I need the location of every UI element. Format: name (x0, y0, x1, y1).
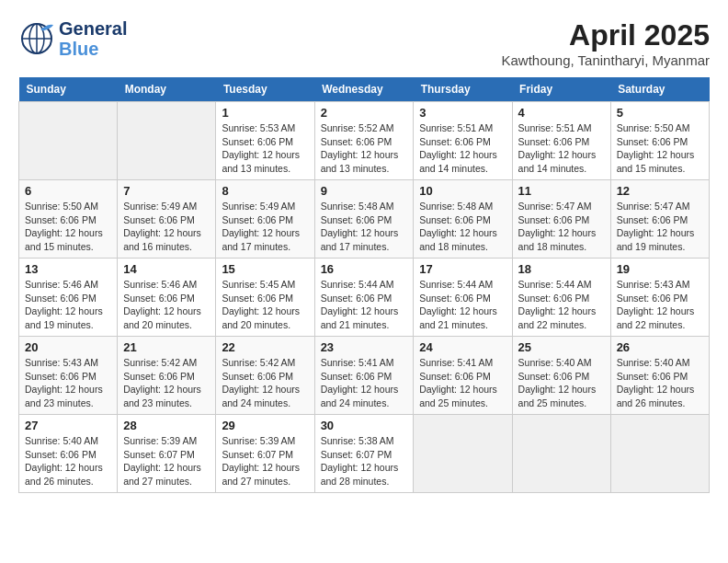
day-info: Sunrise: 5:39 AM Sunset: 6:07 PM Dayligh… (222, 434, 308, 488)
day-number: 22 (222, 340, 308, 354)
calendar-week-row-4: 20Sunrise: 5:43 AM Sunset: 6:06 PM Dayli… (19, 337, 710, 415)
calendar-cell: 30Sunrise: 5:38 AM Sunset: 6:07 PM Dayli… (314, 415, 414, 493)
day-info: Sunrise: 5:49 AM Sunset: 6:06 PM Dayligh… (222, 200, 308, 254)
calendar-cell: 17Sunrise: 5:44 AM Sunset: 6:06 PM Dayli… (414, 259, 512, 337)
day-number: 18 (518, 262, 605, 276)
calendar-header-row: Sunday Monday Tuesday Wednesday Thursday… (19, 77, 710, 102)
day-number: 28 (123, 419, 210, 432)
day-info: Sunrise: 5:53 AM Sunset: 6:06 PM Dayligh… (222, 121, 308, 176)
day-number: 7 (123, 184, 210, 198)
calendar-cell: 2Sunrise: 5:52 AM Sunset: 6:06 PM Daylig… (314, 102, 414, 180)
col-header-thursday: Thursday (414, 77, 512, 102)
day-number: 14 (123, 262, 210, 276)
col-header-wednesday: Wednesday (314, 77, 414, 102)
calendar-cell: 20Sunrise: 5:43 AM Sunset: 6:06 PM Dayli… (19, 337, 118, 415)
day-number: 26 (617, 340, 703, 354)
day-info: Sunrise: 5:41 AM Sunset: 6:06 PM Dayligh… (321, 356, 408, 410)
day-info: Sunrise: 5:44 AM Sunset: 6:06 PM Dayligh… (518, 278, 605, 332)
day-info: Sunrise: 5:43 AM Sunset: 6:06 PM Dayligh… (25, 356, 111, 410)
day-info: Sunrise: 5:50 AM Sunset: 6:06 PM Dayligh… (25, 200, 111, 254)
day-number: 9 (321, 184, 408, 198)
calendar-cell: 26Sunrise: 5:40 AM Sunset: 6:06 PM Dayli… (610, 337, 709, 415)
day-info: Sunrise: 5:43 AM Sunset: 6:06 PM Dayligh… (617, 278, 703, 332)
day-number: 17 (419, 262, 506, 276)
calendar-cell: 18Sunrise: 5:44 AM Sunset: 6:06 PM Dayli… (512, 259, 610, 337)
day-info: Sunrise: 5:46 AM Sunset: 6:06 PM Dayligh… (25, 278, 111, 332)
day-info: Sunrise: 5:51 AM Sunset: 6:06 PM Dayligh… (419, 121, 506, 176)
col-header-monday: Monday (118, 77, 216, 102)
col-header-sunday: Sunday (19, 77, 118, 102)
calendar-cell: 3Sunrise: 5:51 AM Sunset: 6:06 PM Daylig… (414, 102, 512, 180)
calendar-cell: 13Sunrise: 5:46 AM Sunset: 6:06 PM Dayli… (19, 259, 118, 337)
day-info: Sunrise: 5:49 AM Sunset: 6:06 PM Dayligh… (123, 200, 210, 254)
calendar-cell: 28Sunrise: 5:39 AM Sunset: 6:07 PM Dayli… (118, 415, 216, 493)
calendar-cell: 6Sunrise: 5:50 AM Sunset: 6:06 PM Daylig… (19, 180, 118, 259)
day-info: Sunrise: 5:46 AM Sunset: 6:06 PM Dayligh… (123, 278, 210, 332)
day-info: Sunrise: 5:40 AM Sunset: 6:06 PM Dayligh… (617, 356, 703, 410)
calendar-cell: 11Sunrise: 5:47 AM Sunset: 6:06 PM Dayli… (512, 180, 610, 259)
calendar-cell: 16Sunrise: 5:44 AM Sunset: 6:06 PM Dayli… (314, 259, 414, 337)
day-info: Sunrise: 5:52 AM Sunset: 6:06 PM Dayligh… (321, 121, 408, 176)
calendar-cell (414, 415, 512, 493)
calendar-cell (19, 102, 118, 180)
day-number: 25 (518, 340, 605, 354)
calendar-cell: 12Sunrise: 5:47 AM Sunset: 6:06 PM Dayli… (610, 180, 709, 259)
day-info: Sunrise: 5:44 AM Sunset: 6:06 PM Dayligh… (321, 278, 408, 332)
day-number: 19 (617, 262, 703, 276)
day-number: 2 (321, 106, 408, 120)
day-info: Sunrise: 5:40 AM Sunset: 6:06 PM Dayligh… (25, 434, 111, 488)
calendar-cell (118, 102, 216, 180)
calendar-cell: 23Sunrise: 5:41 AM Sunset: 6:06 PM Dayli… (314, 337, 414, 415)
day-number: 24 (419, 340, 506, 354)
page-header: General Blue April 2025 Kawthoung, Tanin… (18, 18, 710, 68)
day-number: 12 (617, 184, 703, 198)
day-info: Sunrise: 5:48 AM Sunset: 6:06 PM Dayligh… (419, 200, 506, 254)
day-number: 21 (123, 340, 210, 354)
day-info: Sunrise: 5:39 AM Sunset: 6:07 PM Dayligh… (123, 434, 210, 488)
col-header-friday: Friday (512, 77, 610, 102)
day-number: 10 (419, 184, 506, 198)
calendar-week-row-3: 13Sunrise: 5:46 AM Sunset: 6:06 PM Dayli… (19, 259, 710, 337)
calendar-cell: 10Sunrise: 5:48 AM Sunset: 6:06 PM Dayli… (414, 180, 512, 259)
logo: General Blue (18, 18, 127, 59)
title-block: April 2025 Kawthoung, Tanintharyi, Myanm… (501, 18, 710, 68)
day-number: 5 (617, 106, 703, 120)
calendar-cell: 29Sunrise: 5:39 AM Sunset: 6:07 PM Dayli… (216, 415, 314, 493)
day-number: 4 (518, 106, 605, 120)
calendar-cell: 22Sunrise: 5:42 AM Sunset: 6:06 PM Dayli… (216, 337, 314, 415)
day-info: Sunrise: 5:47 AM Sunset: 6:06 PM Dayligh… (518, 200, 605, 254)
calendar-cell: 25Sunrise: 5:40 AM Sunset: 6:06 PM Dayli… (512, 337, 610, 415)
day-info: Sunrise: 5:48 AM Sunset: 6:06 PM Dayligh… (321, 200, 408, 254)
day-number: 8 (222, 184, 308, 198)
day-info: Sunrise: 5:40 AM Sunset: 6:06 PM Dayligh… (518, 356, 605, 410)
day-info: Sunrise: 5:50 AM Sunset: 6:06 PM Dayligh… (617, 121, 703, 176)
calendar-cell: 14Sunrise: 5:46 AM Sunset: 6:06 PM Dayli… (118, 259, 216, 337)
day-number: 16 (321, 262, 408, 276)
calendar-table: Sunday Monday Tuesday Wednesday Thursday… (18, 77, 710, 493)
day-info: Sunrise: 5:42 AM Sunset: 6:06 PM Dayligh… (123, 356, 210, 410)
calendar-cell: 15Sunrise: 5:45 AM Sunset: 6:06 PM Dayli… (216, 259, 314, 337)
day-info: Sunrise: 5:47 AM Sunset: 6:06 PM Dayligh… (617, 200, 703, 254)
day-number: 20 (25, 340, 111, 354)
calendar-week-row-2: 6Sunrise: 5:50 AM Sunset: 6:06 PM Daylig… (19, 180, 710, 259)
day-number: 15 (222, 262, 308, 276)
day-number: 1 (222, 106, 308, 120)
logo-text-line1: General (59, 18, 127, 39)
location-subtitle: Kawthoung, Tanintharyi, Myanmar (501, 52, 710, 68)
day-info: Sunrise: 5:38 AM Sunset: 6:07 PM Dayligh… (321, 434, 408, 488)
calendar-cell: 27Sunrise: 5:40 AM Sunset: 6:06 PM Dayli… (19, 415, 118, 493)
day-info: Sunrise: 5:42 AM Sunset: 6:06 PM Dayligh… (222, 356, 308, 410)
day-info: Sunrise: 5:51 AM Sunset: 6:06 PM Dayligh… (518, 121, 605, 176)
day-number: 27 (25, 419, 111, 432)
col-header-tuesday: Tuesday (216, 77, 314, 102)
day-number: 3 (419, 106, 506, 120)
calendar-cell (512, 415, 610, 493)
day-number: 30 (321, 419, 408, 432)
calendar-cell: 19Sunrise: 5:43 AM Sunset: 6:06 PM Dayli… (610, 259, 709, 337)
col-header-saturday: Saturday (610, 77, 709, 102)
calendar-cell: 7Sunrise: 5:49 AM Sunset: 6:06 PM Daylig… (118, 180, 216, 259)
calendar-cell: 5Sunrise: 5:50 AM Sunset: 6:06 PM Daylig… (610, 102, 709, 180)
calendar-cell: 21Sunrise: 5:42 AM Sunset: 6:06 PM Dayli… (118, 337, 216, 415)
calendar-cell (610, 415, 709, 493)
calendar-cell: 4Sunrise: 5:51 AM Sunset: 6:06 PM Daylig… (512, 102, 610, 180)
